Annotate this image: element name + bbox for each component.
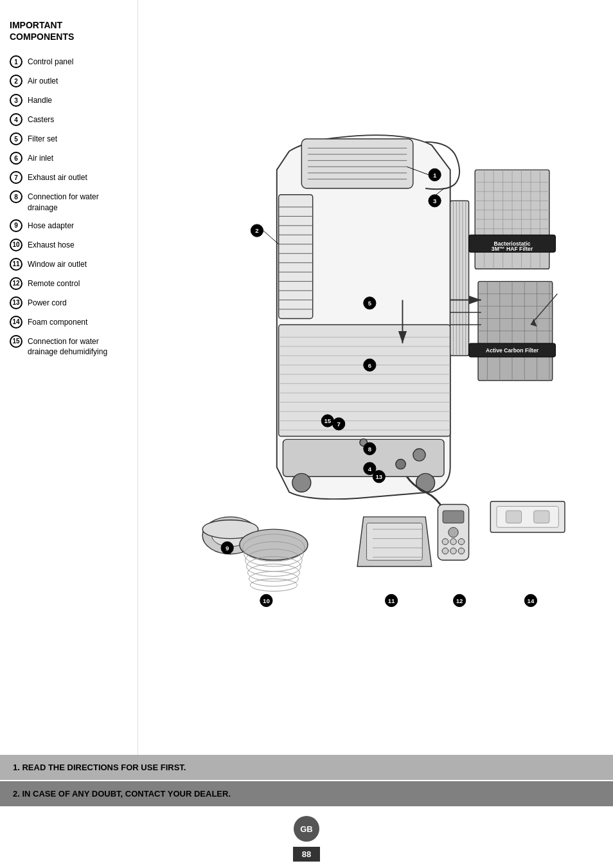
sidebar: IMPORTANT COMPONENTS 1Control panel2Air …	[0, 0, 138, 755]
component-number: 1	[10, 55, 22, 68]
component-item: 7Exhaust air outlet	[10, 171, 128, 184]
svg-text:1: 1	[432, 172, 436, 179]
svg-rect-95	[366, 523, 422, 561]
svg-text:7: 7	[337, 420, 340, 428]
component-number: 4	[10, 113, 22, 126]
svg-point-107	[450, 548, 456, 554]
component-name: Connection for water drainage	[28, 190, 128, 212]
component-name: Foam component	[28, 316, 87, 327]
svg-point-104	[450, 539, 456, 545]
component-item: 8Connection for water drainage	[10, 190, 128, 212]
svg-text:10: 10	[263, 597, 270, 604]
component-number: 7	[10, 171, 22, 184]
component-number: 6	[10, 152, 22, 165]
svg-text:15: 15	[324, 417, 331, 424]
svg-point-103	[442, 539, 449, 545]
component-name: Hose adapter	[28, 219, 74, 231]
component-name: Exhaust air outlet	[28, 171, 87, 183]
sidebar-title: IMPORTANT COMPONENTS	[10, 19, 128, 42]
svg-point-42	[395, 459, 405, 469]
component-item: 3Handle	[10, 94, 128, 107]
component-number: 15	[10, 335, 22, 348]
component-item: 5Filter set	[10, 132, 128, 145]
component-item: 12Remote control	[10, 277, 128, 290]
component-list: 1Control panel2Air outlet3Handle4Casters…	[10, 55, 128, 357]
gb-badge: GB	[294, 816, 319, 842]
component-item: 15Connection for water drainage dehumidi…	[10, 335, 128, 357]
page-wrapper: IMPORTANT COMPONENTS 1Control panel2Air …	[0, 0, 613, 868]
component-item: 2Air outlet	[10, 75, 128, 87]
component-number: 11	[10, 258, 22, 271]
footer-instruction-1: 1. READ THE DIRECTIONS FOR USE FIRST.	[13, 763, 186, 772]
svg-text:3: 3	[432, 197, 436, 204]
component-item: 11Window air outlet	[10, 258, 128, 271]
svg-text:3M™ HAF Filter: 3M™ HAF Filter	[491, 246, 533, 252]
svg-text:Active Carbon Filter: Active Carbon Filter	[485, 347, 538, 354]
svg-rect-20	[278, 325, 450, 436]
component-item: 1Control panel	[10, 55, 128, 68]
component-name: Control panel	[28, 55, 73, 67]
svg-text:14: 14	[527, 597, 534, 604]
svg-point-108	[458, 548, 465, 554]
svg-text:11: 11	[387, 597, 395, 604]
component-number: 12	[10, 277, 22, 290]
component-name: Remote control	[28, 277, 80, 289]
svg-text:2: 2	[255, 227, 258, 234]
component-number: 5	[10, 132, 22, 145]
svg-rect-101	[443, 511, 464, 523]
component-name: Casters	[28, 113, 54, 125]
footer-instruction-2: 2. IN CASE OF ANY DOUBT, CONTACT YOUR DE…	[13, 789, 231, 799]
svg-point-106	[442, 548, 449, 554]
main-content: IMPORTANT COMPONENTS 1Control panel2Air …	[0, 0, 613, 755]
footer-bar-1: 1. READ THE DIRECTIONS FOR USE FIRST.	[0, 755, 613, 780]
component-item: 6Air inlet	[10, 152, 128, 165]
component-name: Air outlet	[28, 75, 58, 86]
component-number: 3	[10, 94, 22, 107]
svg-text:13: 13	[375, 473, 382, 480]
svg-text:5: 5	[368, 300, 371, 307]
diagram-area: Bacteriostatic 3M™ HAF Filter Active Car…	[138, 0, 613, 755]
svg-point-33	[292, 473, 310, 492]
svg-text:6: 6	[368, 362, 371, 369]
component-item: 9Hose adapter	[10, 219, 128, 232]
footer-bar-2: 2. IN CASE OF ANY DOUBT, CONTACT YOUR DE…	[0, 781, 613, 806]
component-name: Handle	[28, 94, 52, 105]
footer-bars: 1. READ THE DIRECTIONS FOR USE FIRST. 2.…	[0, 755, 613, 868]
component-number: 14	[10, 316, 22, 329]
svg-text:12: 12	[456, 597, 463, 604]
component-number: 8	[10, 190, 22, 203]
page-number: 88	[293, 847, 320, 862]
component-name: Connection for water drainage dehumidify…	[28, 335, 128, 357]
component-item: 14Foam component	[10, 316, 128, 329]
svg-text:4: 4	[368, 466, 371, 473]
component-item: 10Exhaust hose	[10, 239, 128, 251]
svg-text:8: 8	[368, 446, 371, 453]
svg-point-41	[413, 449, 425, 461]
svg-point-94	[250, 579, 297, 591]
component-name: Exhaust hose	[28, 239, 75, 250]
svg-point-102	[448, 527, 458, 537]
svg-rect-112	[533, 511, 549, 523]
component-number: 13	[10, 296, 22, 309]
component-number: 10	[10, 239, 22, 251]
component-number: 9	[10, 219, 22, 232]
component-item: 4Casters	[10, 113, 128, 126]
component-name: Filter set	[28, 132, 57, 144]
svg-point-105	[458, 539, 465, 545]
component-name: Power cord	[28, 296, 67, 308]
svg-rect-0	[301, 139, 413, 188]
component-name: Window air outlet	[28, 258, 87, 269]
footer-bottom: GB 88	[0, 806, 613, 868]
svg-rect-111	[506, 511, 521, 523]
component-number: 2	[10, 75, 22, 87]
component-item: 13Power cord	[10, 296, 128, 309]
component-name: Air inlet	[28, 152, 53, 163]
component-diagram: Bacteriostatic 3M™ HAF Filter Active Car…	[157, 120, 594, 635]
svg-text:9: 9	[225, 545, 228, 552]
